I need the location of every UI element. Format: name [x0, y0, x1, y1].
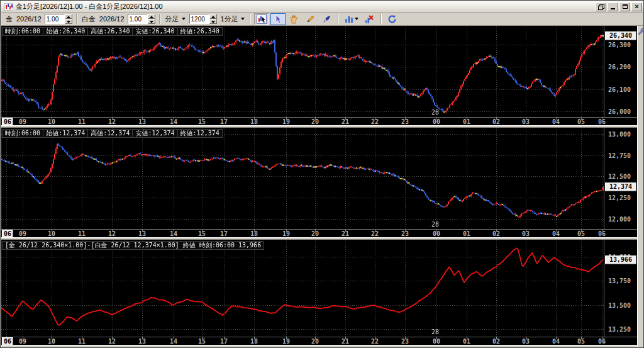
price-axis-label: 13,250: [608, 326, 631, 333]
minimize-button[interactable]: [608, 3, 618, 11]
period-type-dropdown[interactable]: 分足: [163, 13, 188, 25]
platinum-multiplier-down-button[interactable]: [148, 19, 155, 24]
time-axis-label: 17: [220, 118, 228, 125]
time-axis-label: 21: [341, 118, 349, 125]
platinum-multiplier-spinner: [128, 14, 155, 24]
gold-month-label: 2026/12: [16, 15, 42, 23]
info-segment: 終値:26,340: [177, 27, 223, 36]
interval-label: 1分足: [221, 14, 238, 24]
spread-time-axis[interactable]: 0609101112131415171819202122230001020304…: [1, 337, 637, 345]
hand-pan-icon: [289, 14, 299, 24]
time-axis-label: 13: [138, 338, 146, 345]
spread-line-panel: [金 26/12 26,340×1.00]-[白金 26/12 12,374×1…: [1, 240, 637, 345]
refresh-button[interactable]: [385, 13, 400, 25]
time-axis-label: 04: [552, 338, 560, 345]
time-axis-label: 05: [577, 230, 585, 237]
gold-multiplier-down-button[interactable]: [65, 19, 72, 24]
time-axis-label: 17: [220, 230, 228, 237]
time-axis-label: 21: [341, 230, 349, 237]
price-axis-label: 13,000: [608, 131, 631, 138]
gold-time-axis[interactable]: 0609101112131415171819202122230001020304…: [1, 117, 637, 125]
time-axis-label: 00: [433, 338, 440, 345]
time-axis-label: 09: [19, 338, 26, 345]
spread-info-line: [金 26/12 26,340×1.00]-[白金 26/12 12,374×1…: [3, 241, 264, 250]
spread-plot-area[interactable]: [金 26/12 26,340×1.00]-[白金 26/12 12,374×1…: [1, 240, 604, 337]
delete-drawing-button[interactable]: [362, 13, 377, 25]
time-axis-label: 00: [433, 230, 440, 237]
time-axis-label: 15: [198, 230, 206, 237]
gold-plot-area[interactable]: 時刻:06:00始値:26,340高値:26,340安値:26,340終値:26…: [1, 26, 604, 117]
spread-price-axis[interactable]: 14,00013,75013,50013,25013,966: [604, 240, 637, 345]
time-axis-label: 06: [598, 230, 606, 237]
time-axis-label: 13: [138, 230, 146, 237]
pen-draw-button[interactable]: [319, 13, 335, 25]
time-axis-label: 18: [250, 118, 258, 125]
float-button[interactable]: [596, 3, 606, 11]
platinum-price-axis[interactable]: 13,00012,75012,50012,25012,00012,374: [604, 128, 637, 237]
interval-dropdown[interactable]: 1分足: [218, 13, 247, 25]
chart-area: 時刻:06:00始値:26,340高値:26,340安値:26,340終値:26…: [1, 26, 637, 345]
platinum-plot-area[interactable]: 時刻:06:00始値:12,374高値:12,374安値:12,374終値:12…: [1, 128, 604, 229]
wrench-icon[interactable]: [638, 28, 644, 35]
gold-multiplier-up-button[interactable]: [65, 14, 72, 19]
minimize-icon: [611, 8, 615, 9]
title-bar[interactable]: 金1分足[2026/12]1.00 - 白金1分足[2026/12]1.00 ×: [1, 1, 644, 13]
time-axis-label: 02: [492, 118, 500, 125]
gold-candle-chart[interactable]: [1, 26, 604, 117]
bar-count-down-button[interactable]: [209, 19, 217, 24]
time-axis-label: 02: [492, 338, 500, 345]
info-segment: 安値:12,374: [132, 129, 177, 138]
maximize-button[interactable]: [619, 3, 630, 11]
platinum-time-axis[interactable]: 0609101112131415171819202122230001020304…: [1, 229, 637, 237]
time-axis-label: 22: [371, 338, 379, 345]
bar-count-up-button[interactable]: [209, 14, 217, 19]
chart-mode-button[interactable]: [254, 13, 269, 25]
select-cursor-button[interactable]: [270, 13, 286, 25]
toolbar-separator: [250, 14, 251, 24]
time-axis-label: 23: [401, 338, 409, 345]
time-axis-label: 01: [463, 118, 470, 125]
platinum-multiplier-up-button[interactable]: [148, 14, 155, 19]
bottom-frame-strip: [1, 345, 637, 348]
info-segment: 安値:26,340: [132, 27, 177, 36]
platinum-candle-chart[interactable]: [1, 128, 604, 229]
pencil-icon: [306, 14, 315, 24]
pencil-draw-button[interactable]: [303, 13, 318, 25]
close-button[interactable]: ×: [631, 3, 642, 11]
spread-line-chart[interactable]: [1, 240, 604, 337]
time-axis-label: 19: [282, 338, 290, 345]
gold-info-line: 時刻:06:00始値:26,340高値:26,340安値:26,340終値:26…: [3, 27, 223, 36]
time-axis-label: 01: [463, 338, 470, 345]
refresh-icon: [387, 14, 397, 24]
time-axis-label: 05: [577, 338, 585, 345]
time-axis-label: 10: [48, 338, 55, 345]
platinum-multiplier-input[interactable]: [128, 14, 148, 24]
price-axis-label: 26,300: [608, 42, 631, 48]
price-axis-label: 13,750: [608, 278, 631, 284]
select-cursor-icon: [274, 14, 282, 24]
time-axis-label: 05: [577, 118, 585, 125]
gold-label: 金: [6, 14, 13, 24]
time-axis-label: 22: [371, 118, 379, 125]
gold-price-axis[interactable]: 26,30026,20026,10026,00026,340: [604, 26, 637, 125]
time-axis-label: 23: [401, 118, 409, 125]
hand-pan-button[interactable]: [287, 13, 302, 25]
time-axis-label: 20: [311, 230, 319, 237]
chart-style-button[interactable]: [342, 13, 361, 25]
delete-chart-icon: [365, 14, 374, 24]
gold-candlestick-panel: 時刻:06:00始値:26,340高値:26,340安値:26,340終値:26…: [1, 26, 637, 125]
gold-multiplier-input[interactable]: [45, 14, 65, 24]
float-icon: [598, 4, 604, 9]
price-axis-label: 12,000: [608, 216, 631, 223]
chart-mode-icon: [257, 14, 267, 24]
chevron-down-icon: [355, 18, 358, 20]
time-axis-label: 09: [19, 230, 26, 237]
platinum-current-price-box: 12,374: [605, 182, 636, 191]
bar-count-input[interactable]: [189, 14, 209, 24]
time-axis-label: 21: [341, 338, 349, 345]
platinum-info-line: 時刻:06:00始値:12,374高値:12,374安値:12,374終値:12…: [3, 129, 223, 138]
time-axis-label: 15: [198, 338, 206, 345]
toolbar-separator: [159, 14, 160, 24]
time-axis-label: 23: [401, 230, 409, 237]
price-axis-label: 12,250: [608, 194, 631, 201]
